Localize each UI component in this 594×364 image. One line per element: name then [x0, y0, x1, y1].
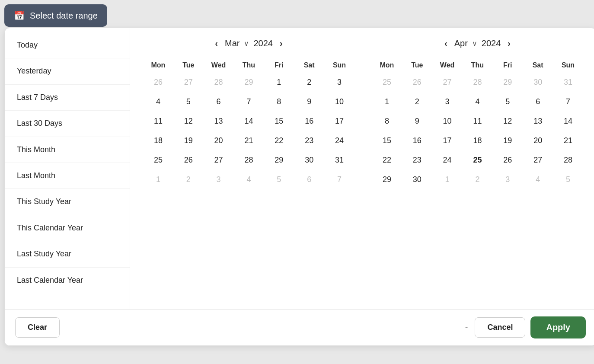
cal-month-dropdown-apr-2024[interactable]: ∨ — [472, 39, 477, 48]
cal-day[interactable]: 16 — [294, 112, 324, 131]
cal-header-apr-2024: ‹Apr∨2024› — [372, 37, 583, 50]
cal-day[interactable]: 28 — [234, 150, 264, 170]
cal-day[interactable]: 30 — [294, 150, 324, 170]
cal-day[interactable]: 22 — [372, 150, 402, 170]
cal-day[interactable]: 4 — [463, 92, 493, 112]
sidebar-item-yesterday[interactable]: Yesterday — [5, 58, 130, 84]
cal-day[interactable]: 25 — [143, 150, 173, 170]
cal-day[interactable]: 23 — [294, 131, 324, 150]
cal-day[interactable]: 8 — [372, 112, 402, 131]
cal-day[interactable]: 13 — [523, 112, 553, 131]
cal-day[interactable]: 2 — [294, 73, 324, 92]
cal-weekday: Tue — [402, 58, 432, 73]
cal-day[interactable]: 10 — [432, 112, 463, 131]
cal-weekday: Thu — [234, 58, 264, 73]
cal-day[interactable]: 1 — [372, 92, 402, 112]
sidebar-item-last-month[interactable]: Last Month — [5, 163, 130, 189]
cal-day: 29 — [492, 73, 523, 92]
cal-day[interactable]: 9 — [402, 112, 432, 131]
cal-day[interactable]: 15 — [372, 131, 402, 150]
cal-day[interactable]: 14 — [553, 112, 583, 131]
cal-day[interactable]: 19 — [492, 131, 523, 150]
cal-day[interactable]: 21 — [234, 131, 264, 150]
cal-day[interactable]: 29 — [264, 150, 294, 170]
cal-day[interactable]: 20 — [523, 131, 553, 150]
trigger-button[interactable]: 📅 Select date range — [4, 4, 107, 27]
cal-day: 30 — [523, 73, 553, 92]
cal-day: 29 — [234, 73, 264, 92]
calendars-row: ‹Mar∨2024›MonTueWedThuFriSatSun262728291… — [143, 37, 583, 189]
cal-day[interactable]: 27 — [523, 150, 553, 170]
cal-day[interactable]: 11 — [463, 112, 493, 131]
cancel-button[interactable]: Cancel — [475, 317, 525, 338]
cal-day[interactable]: 6 — [204, 92, 234, 112]
cal-weekday: Sat — [523, 58, 553, 73]
cal-day[interactable]: 9 — [294, 92, 324, 112]
cal-day[interactable]: 12 — [492, 112, 523, 131]
sidebar-item-this-calendar-year[interactable]: This Calendar Year — [5, 215, 130, 241]
calendar-apr-2024: ‹Apr∨2024›MonTueWedThuFriSatSun252627282… — [372, 37, 583, 189]
cal-day: 5 — [553, 170, 583, 189]
apply-button[interactable]: Apply — [530, 316, 586, 338]
cal-day[interactable]: 28 — [553, 150, 583, 170]
sidebar-item-last-study-year[interactable]: Last Study Year — [5, 241, 130, 267]
cal-day[interactable]: 11 — [143, 112, 173, 131]
cal-month-dropdown-mar-2024[interactable]: ∨ — [244, 39, 249, 48]
cal-day[interactable]: 5 — [492, 92, 523, 112]
cal-day[interactable]: 26 — [492, 150, 523, 170]
cal-weekday: Sat — [294, 58, 324, 73]
cal-day[interactable]: 3 — [432, 92, 463, 112]
cal-day[interactable]: 24 — [432, 150, 463, 170]
cal-prev-btn-apr-2024[interactable]: ‹ — [441, 37, 451, 50]
cal-day[interactable]: 8 — [264, 92, 294, 112]
cal-day[interactable]: 7 — [553, 92, 583, 112]
cal-day[interactable]: 7 — [234, 92, 264, 112]
cal-day[interactable]: 30 — [402, 170, 432, 189]
cal-day[interactable]: 10 — [324, 92, 354, 112]
clear-button[interactable]: Clear — [15, 317, 60, 338]
sidebar-item-this-month[interactable]: This Month — [5, 137, 130, 163]
cal-day[interactable]: 5 — [173, 92, 204, 112]
cal-day[interactable]: 31 — [324, 150, 354, 170]
cal-day[interactable]: 17 — [432, 131, 463, 150]
cal-weekday: Fri — [264, 58, 294, 73]
cal-day[interactable]: 15 — [264, 112, 294, 131]
cal-prev-btn-mar-2024[interactable]: ‹ — [211, 37, 221, 50]
cal-day: 25 — [372, 73, 402, 92]
cal-day[interactable]: 27 — [204, 150, 234, 170]
cal-day[interactable]: 26 — [173, 150, 204, 170]
cal-day[interactable]: 14 — [234, 112, 264, 131]
cal-day[interactable]: 22 — [264, 131, 294, 150]
sidebar-item-last-30-days[interactable]: Last 30 Days — [5, 111, 130, 137]
cal-day[interactable]: 20 — [204, 131, 234, 150]
cal-day[interactable]: 4 — [143, 92, 173, 112]
sidebar-item-last-7-days[interactable]: Last 7 Days — [5, 85, 130, 111]
cal-day: 3 — [204, 170, 234, 189]
cal-day[interactable]: 24 — [324, 131, 354, 150]
cal-day[interactable]: 16 — [402, 131, 432, 150]
cal-day[interactable]: 2 — [402, 92, 432, 112]
cal-day[interactable]: 18 — [143, 131, 173, 150]
cal-day[interactable]: 21 — [553, 131, 583, 150]
cal-day[interactable]: 29 — [372, 170, 402, 189]
cal-header-mar-2024: ‹Mar∨2024› — [143, 37, 354, 50]
cal-grid-apr-2024: MonTueWedThuFriSatSun2526272829303112345… — [372, 58, 583, 189]
cal-next-btn-apr-2024[interactable]: › — [504, 37, 514, 50]
cal-day[interactable]: 3 — [324, 73, 354, 92]
sidebar-item-today[interactable]: Today — [5, 32, 130, 58]
cal-day[interactable]: 18 — [463, 131, 493, 150]
cal-day[interactable]: 19 — [173, 131, 204, 150]
cal-day[interactable]: 25 — [463, 150, 493, 170]
cal-day[interactable]: 17 — [324, 112, 354, 131]
cal-day[interactable]: 13 — [204, 112, 234, 131]
sidebar-item-this-study-year[interactable]: This Study Year — [5, 189, 130, 215]
sidebar-item-last-calendar-year[interactable]: Last Calendar Year — [5, 268, 130, 293]
cal-day: 27 — [173, 73, 204, 92]
cal-next-btn-mar-2024[interactable]: › — [276, 37, 286, 50]
cal-day[interactable]: 23 — [402, 150, 432, 170]
cal-day[interactable]: 1 — [264, 73, 294, 92]
cal-day[interactable]: 12 — [173, 112, 204, 131]
footer-dash: - — [465, 322, 468, 332]
cal-day: 28 — [463, 73, 493, 92]
cal-day[interactable]: 6 — [523, 92, 553, 112]
